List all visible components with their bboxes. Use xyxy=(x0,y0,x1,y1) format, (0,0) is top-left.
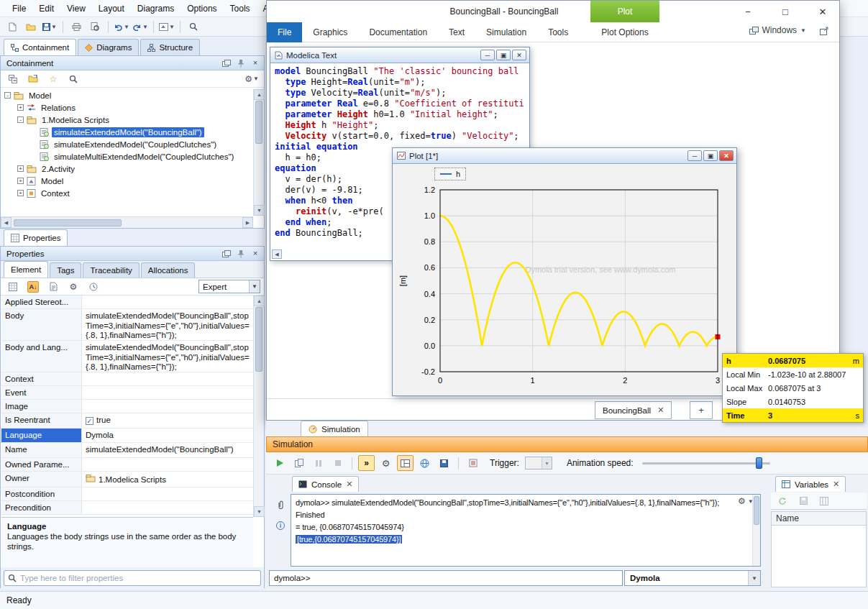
new-plot-tab-button[interactable]: + xyxy=(690,401,713,419)
property-value[interactable] xyxy=(82,372,253,385)
minimize-icon[interactable]: ─ xyxy=(480,50,495,60)
menu-view[interactable]: View xyxy=(60,0,92,17)
run-script-button[interactable]: » xyxy=(358,455,375,471)
property-value[interactable] xyxy=(82,296,253,308)
minimize-icon[interactable]: − xyxy=(737,1,759,22)
properties-tab-element[interactable]: Element xyxy=(4,261,48,278)
tab-diagrams[interactable]: Diagrams xyxy=(78,39,139,55)
property-value[interactable]: Dymola xyxy=(82,429,253,443)
tree-item[interactable]: simulateExtendedModel("BouncingBall") xyxy=(1,126,252,138)
tree-horizontal-scrollbar[interactable]: ◀ ▶ xyxy=(1,216,253,228)
columns-button[interactable] xyxy=(816,493,833,509)
print-preview-button[interactable] xyxy=(86,19,104,35)
sort-alpha-button[interactable]: A↓ xyxy=(24,279,42,295)
console-input[interactable] xyxy=(269,570,623,586)
close-icon[interactable]: ✕ xyxy=(812,1,833,22)
scroll-up-icon[interactable]: ▲ xyxy=(254,296,265,306)
property-value[interactable]: simulateExtendedModel("BouncingBall") xyxy=(82,443,253,457)
close-tab-icon[interactable]: ✕ xyxy=(657,406,664,415)
mode-dropdown[interactable]: Expert ▼ xyxy=(198,280,260,293)
new-diagram-button[interactable]: ▼ xyxy=(158,19,175,35)
tree-item[interactable]: +Relations xyxy=(1,101,252,114)
property-value[interactable]: simulateExtendedModel("BouncingBall",sto… xyxy=(82,309,253,340)
ribbon-tab-plot-options[interactable]: Plot Options xyxy=(590,22,659,42)
close-tab-icon[interactable]: ✕ xyxy=(833,480,839,489)
tree-item[interactable]: +Context xyxy=(1,187,252,199)
scroll-down-icon[interactable]: ▼ xyxy=(254,506,265,517)
menu-layout[interactable]: Layout xyxy=(92,0,131,17)
property-value[interactable]: ✓true xyxy=(82,413,253,428)
pin-icon[interactable] xyxy=(235,58,247,68)
tree-expander[interactable]: + xyxy=(17,190,24,196)
ribbon-tab-file[interactable]: File xyxy=(267,22,302,42)
search-button[interactable] xyxy=(65,71,82,87)
property-value[interactable] xyxy=(82,487,253,500)
property-value[interactable]: simulateExtendedModel("BouncingBall",sto… xyxy=(82,341,253,372)
close-icon[interactable]: ✕ xyxy=(719,150,734,161)
float-icon[interactable] xyxy=(221,58,232,68)
attach-button[interactable] xyxy=(272,497,289,513)
tree-item[interactable]: +Model xyxy=(1,175,252,187)
ribbon-tab-graphics[interactable]: Graphics xyxy=(302,22,358,42)
minimize-icon[interactable]: ─ xyxy=(687,150,702,161)
modelica-text-titlebar[interactable]: Modelica Text ─ ▣ ✕ xyxy=(270,47,529,63)
save-button[interactable]: ▼ xyxy=(41,19,58,35)
close-icon[interactable]: × xyxy=(250,58,261,68)
scroll-right-icon[interactable]: ▶ xyxy=(242,217,253,228)
trigger-dropdown[interactable]: ▼ xyxy=(525,457,552,470)
plot-legend[interactable]: h xyxy=(434,168,466,180)
variables-list[interactable] xyxy=(771,526,867,587)
close-icon[interactable]: ✕ xyxy=(512,50,526,60)
menu-tools[interactable]: Tools xyxy=(224,0,257,17)
report-button[interactable] xyxy=(465,455,481,471)
slider-handle[interactable] xyxy=(756,457,762,469)
tree-expander[interactable]: + xyxy=(17,104,24,111)
tree-item[interactable]: simulateExtendedModel("CoupledClutches") xyxy=(1,138,252,150)
tree-expander[interactable]: + xyxy=(17,165,24,172)
float-icon[interactable] xyxy=(221,249,232,259)
ribbon-tab-documentation[interactable]: Documentation xyxy=(358,22,438,42)
plot-window-titlebar[interactable]: Plot [1*] ─ ▣ ✕ xyxy=(393,148,736,164)
open-project-button[interactable] xyxy=(22,19,40,35)
ribbon-tab-simulation[interactable]: Simulation xyxy=(475,22,537,42)
find-button[interactable] xyxy=(185,19,202,35)
refresh-button[interactable] xyxy=(774,493,791,509)
categories-button[interactable] xyxy=(4,279,22,295)
customize-button[interactable]: ⚙ xyxy=(65,279,82,295)
tree-item[interactable]: simulateMultiExtendedModel("CoupledClutc… xyxy=(1,150,252,162)
open-diagram-button[interactable] xyxy=(24,71,42,87)
export-button[interactable] xyxy=(436,455,452,471)
properties-tab-tags[interactable]: Tags xyxy=(50,262,81,278)
maximize-icon[interactable]: ▣ xyxy=(703,150,718,161)
tab-console[interactable]: Console ✕ xyxy=(292,476,359,492)
workspace-icon[interactable] xyxy=(820,27,829,35)
tree-item[interactable]: -1.Modelica Scripts xyxy=(1,114,252,126)
browser-button[interactable] xyxy=(416,455,433,471)
document-tab-bouncingball[interactable]: BouncingBall ✕ xyxy=(595,401,672,419)
pause-button[interactable] xyxy=(310,455,326,471)
close-icon[interactable]: × xyxy=(250,249,261,259)
windows-menu[interactable]: Windows ▼ xyxy=(749,25,806,35)
ribbon-tab-tools[interactable]: Tools xyxy=(537,22,579,42)
info-button[interactable]: i xyxy=(272,518,289,534)
menu-edit[interactable]: Edit xyxy=(32,0,60,17)
scroll-down-icon[interactable]: ▼ xyxy=(254,205,265,216)
save-vars-button[interactable] xyxy=(795,493,812,509)
menu-options[interactable]: Options xyxy=(181,0,223,17)
options-button[interactable]: ⚙ xyxy=(378,455,394,471)
tree-item[interactable]: -Model xyxy=(1,89,252,101)
filter-input[interactable] xyxy=(4,570,261,586)
print-button[interactable] xyxy=(68,19,85,35)
animation-speed-slider[interactable] xyxy=(642,456,779,470)
duplicate-button[interactable] xyxy=(291,455,307,471)
tree-expander[interactable]: - xyxy=(17,116,24,123)
console-output[interactable]: dymola>> simulateExtendedModel("Bouncing… xyxy=(291,494,761,567)
scroll-left-icon[interactable]: ◀ xyxy=(1,217,12,228)
property-value[interactable] xyxy=(82,458,253,471)
favorites-button[interactable]: ☆ xyxy=(45,71,62,87)
property-value[interactable] xyxy=(82,400,253,413)
properties-tab-traceability[interactable]: Traceability xyxy=(83,262,139,278)
tab-properties[interactable]: Properties xyxy=(4,229,68,246)
new-file-button[interactable] xyxy=(4,19,21,35)
property-value[interactable] xyxy=(82,386,253,399)
